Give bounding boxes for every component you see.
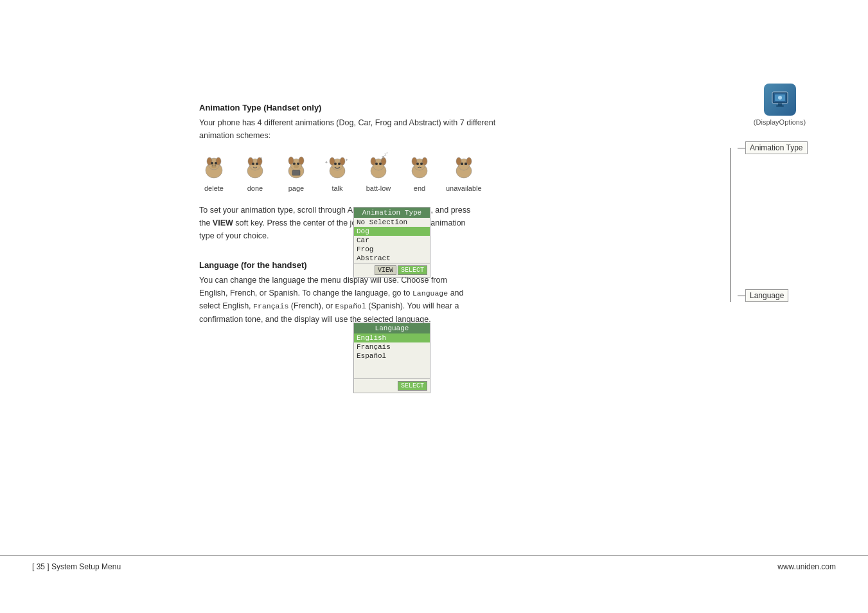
language-screen-buttons: SELECT	[354, 378, 430, 393]
footer: [ 35 ] System Setup Menu www.uniden.com	[0, 555, 868, 571]
animation-screen: Animation Type No Selection Dog Car Frog…	[353, 207, 430, 278]
footer-left: [ 35 ] System Setup Menu	[32, 562, 121, 571]
svg-point-50	[466, 157, 472, 165]
svg-text:♪: ♪	[260, 155, 262, 161]
svg-point-22	[294, 164, 299, 168]
svg-point-62	[778, 96, 782, 100]
dog-end-icon	[405, 152, 434, 182]
view-button[interactable]: VIEW	[375, 265, 396, 275]
animation-screen-buttons: VIEW SELECT	[354, 263, 430, 277]
icon-end: end	[405, 152, 434, 192]
svg-point-29	[338, 163, 341, 165]
svg-point-49	[456, 157, 461, 165]
icon-done: ♪ done	[240, 152, 270, 192]
svg-point-18	[288, 157, 294, 164]
svg-point-36	[375, 163, 378, 165]
dog-done-icon: ♪	[240, 152, 270, 182]
sidebar-lang-connector	[738, 296, 745, 296]
sidebar-animation-label: Animation Type	[745, 141, 808, 154]
svg-point-45	[416, 163, 419, 165]
sidebar-anim-connector	[738, 148, 745, 148]
icon-unavailable: unavailable	[446, 152, 482, 192]
animation-screen-mockup: Animation Type No Selection Dog Car Frog…	[353, 199, 430, 278]
svg-point-26	[330, 157, 335, 165]
display-options-label: (DisplayOptions)	[754, 118, 806, 126]
svg-text:z: z	[386, 152, 388, 155]
screen-row-francais: Français	[354, 342, 430, 351]
animation-instruction: To set your animation type, scroll throu…	[199, 204, 475, 242]
svg-point-8	[215, 165, 216, 166]
display-options-icon	[764, 84, 796, 116]
screen-row-abstract: Abstract	[354, 254, 430, 263]
svg-point-6	[211, 164, 217, 168]
svg-point-7	[212, 165, 213, 166]
svg-point-37	[379, 163, 382, 165]
page-container: Animation Type (Handset only) Your phone…	[0, 0, 868, 613]
screen-row-car: Car	[354, 236, 430, 245]
language-screen-mockup: Language English Français Español SELECT	[353, 315, 430, 393]
dog-page-icon	[281, 152, 311, 182]
sidebar-animation-item: Animation Type	[730, 141, 823, 154]
animation-body: Your phone has 4 different animations (D…	[199, 116, 572, 142]
svg-point-5	[215, 162, 217, 164]
svg-point-46	[420, 163, 423, 165]
lang-select-button[interactable]: SELECT	[398, 381, 427, 391]
icon-batt-low: z z z batt-low	[364, 152, 393, 192]
language-body: You can change the language the menu dis…	[199, 274, 475, 326]
screen-row-blank2	[354, 369, 430, 378]
screen-row-blank1	[354, 360, 430, 369]
svg-point-13	[252, 163, 254, 165]
screen-row-frog: Frog	[354, 245, 430, 254]
icon-row: delete ♪ done	[199, 152, 572, 192]
sidebar-language-label: Language	[745, 289, 788, 302]
select-button[interactable]: SELECT	[398, 265, 427, 275]
animation-title: Animation Type (Handset only)	[199, 103, 572, 112]
svg-point-44	[422, 157, 427, 165]
svg-point-28	[334, 163, 337, 165]
language-screen-title: Language	[354, 323, 430, 333]
screen-row-dog: Dog	[354, 227, 430, 236]
svg-rect-23	[292, 170, 300, 175]
sidebar-language-item: Language	[730, 289, 823, 302]
screen-row-english: English	[354, 333, 430, 342]
right-sidebar: (DisplayOptions) Animation Type Language	[730, 84, 829, 302]
icon-talk: ✦ ✦ talk	[323, 152, 352, 192]
footer-right: www.uniden.com	[777, 562, 836, 571]
svg-point-27	[340, 157, 345, 165]
svg-rect-59	[778, 103, 782, 105]
svg-point-19	[299, 157, 304, 164]
screen-row-espanol: Español	[354, 351, 430, 360]
svg-text:✦: ✦	[345, 158, 348, 162]
svg-point-43	[412, 157, 417, 165]
animation-screen-title: Animation Type	[354, 208, 430, 218]
svg-point-14	[256, 163, 258, 165]
icon-delete: delete	[199, 152, 229, 192]
svg-text:✦: ✦	[324, 160, 328, 164]
dog-delete-icon	[199, 152, 229, 182]
settings-icon	[770, 90, 790, 109]
dog-talk-icon: ✦ ✦	[323, 152, 352, 182]
screen-row-no-selection: No Selection	[354, 218, 430, 227]
icon-page: page	[281, 152, 311, 192]
dog-batt-icon: z z z	[364, 152, 393, 182]
sidebar-vertical-line	[730, 148, 731, 302]
svg-point-34	[371, 157, 376, 165]
svg-rect-60	[776, 105, 784, 107]
svg-point-4	[211, 162, 213, 164]
language-screen: Language English Français Español SELECT	[353, 323, 430, 393]
dog-unavailable-icon	[449, 152, 479, 182]
